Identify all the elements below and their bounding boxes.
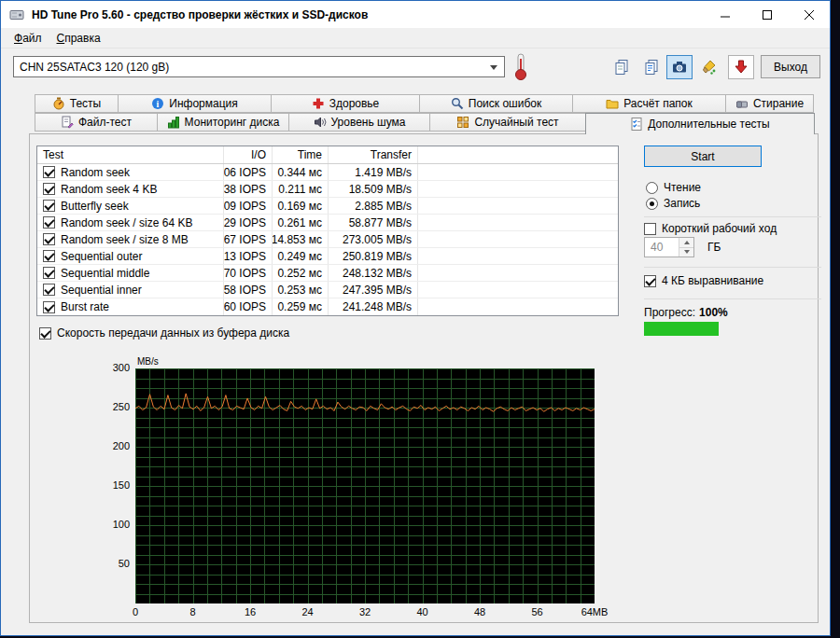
chart-x-ticks: 0816243240485664MB — [135, 606, 595, 619]
exit-button[interactable]: Выход — [761, 55, 820, 78]
align-checkbox[interactable]: 4 КБ выравнивание — [644, 274, 763, 287]
table-row[interactable]: Sequential middle 3970 IOPS 0.252 мс 248… — [37, 265, 618, 282]
start-button[interactable]: Start — [644, 146, 762, 167]
transfer-value: 273.005 MB/s — [329, 231, 418, 247]
tab-label: Тесты — [70, 97, 101, 110]
row-checkbox[interactable] — [43, 166, 55, 178]
copy-info-button[interactable] — [609, 55, 635, 79]
menu-help[interactable]: Справка — [49, 28, 108, 48]
radio-write[interactable]: Запись — [646, 197, 700, 210]
eraser-icon — [735, 97, 749, 110]
capacity-spinner[interactable]: 40 — [644, 237, 694, 257]
menu-file-label: айл — [22, 32, 41, 45]
y-tick-label: 250 — [113, 401, 130, 412]
radio-read-circle[interactable] — [646, 182, 658, 194]
table-row[interactable]: Random seek 4 KB 4738 IOPS 0.211 мс 18.5… — [37, 181, 618, 198]
menu-bar: Файл Справка — [1, 28, 830, 49]
tab-extra-tests[interactable]: Дополнительные тесты — [585, 113, 815, 134]
radio-read[interactable]: Чтение — [646, 181, 701, 194]
row-checkbox[interactable] — [43, 233, 55, 245]
tab-label: Случайный тест — [474, 116, 558, 129]
transfer-value: 247.395 MB/s — [329, 282, 418, 298]
svg-text:i: i — [157, 99, 160, 109]
radio-write-circle[interactable] — [646, 198, 658, 210]
save-results-button[interactable] — [728, 55, 754, 79]
spin-down-button[interactable] — [679, 247, 693, 257]
row-filler — [418, 282, 618, 298]
menu-help-label: правка — [64, 32, 100, 45]
copy-report-button[interactable] — [638, 55, 665, 79]
row-checkbox[interactable] — [43, 301, 55, 313]
tab-tests[interactable]: Тесты — [35, 94, 119, 113]
tab-row-1: Тесты i Информация Здоровье Поиск ошибок… — [35, 94, 814, 113]
menu-file[interactable]: Файл — [7, 28, 49, 48]
row-filler — [418, 298, 618, 315]
caption-buttons — [704, 1, 830, 28]
tab-noise-level[interactable]: Уровень шума — [288, 113, 430, 132]
tab-erase[interactable]: Стирание — [725, 94, 814, 113]
row-checkbox[interactable] — [43, 183, 55, 195]
transfer-value: 241.248 MB/s — [329, 298, 418, 315]
close-button[interactable] — [788, 1, 830, 28]
buffer-speed-box[interactable] — [39, 327, 51, 340]
table-row[interactable]: Sequential outer 4013 IOPS 0.249 мс 250.… — [37, 248, 618, 265]
tab-health[interactable]: Здоровье — [271, 94, 420, 113]
y-tick-label: 100 — [113, 519, 130, 530]
speaker-icon — [314, 116, 327, 129]
table-row[interactable]: Sequential inner 3958 IOPS 0.253 мс 247.… — [37, 282, 618, 298]
spin-up-button[interactable] — [679, 238, 693, 247]
x-tick-label: 0 — [133, 606, 138, 617]
tab-folder-usage[interactable]: Расчёт папок — [572, 94, 726, 113]
align-box[interactable] — [644, 275, 656, 287]
tab-label: Мониторинг диска — [185, 116, 280, 129]
col-header-test[interactable]: Test — [37, 146, 224, 163]
start-button-label: Start — [691, 150, 714, 163]
drive-select[interactable]: CHN 25SATAC3 120 (120 gB) — [13, 56, 505, 77]
row-checkbox[interactable] — [43, 200, 55, 212]
brush-button[interactable] — [696, 55, 722, 79]
col-header-time[interactable]: Time — [273, 146, 329, 163]
row-filler — [418, 248, 618, 264]
row-checkbox[interactable] — [43, 267, 55, 279]
maximize-button[interactable] — [746, 1, 788, 28]
table-row[interactable]: Random seek / size 64 KB 3829 IOPS 0.261… — [37, 215, 618, 231]
row-filler — [418, 181, 618, 197]
progress-text: Прогресс:100% — [644, 306, 728, 319]
menu-help-hotkey: С — [57, 32, 65, 45]
screenshot-button[interactable] — [666, 55, 693, 79]
transfer-value: 248.132 MB/s — [329, 265, 418, 281]
table-row[interactable]: Butterfly seek 5909 IOPS 0.169 мс 2.885 … — [37, 198, 618, 215]
tab-label: Стирание — [753, 97, 804, 110]
io-value: 4738 IOPS — [224, 181, 273, 197]
row-checkbox[interactable] — [43, 250, 55, 262]
table-row[interactable]: Random seek 2906 IOPS 0.344 мс 1.419 MB/… — [37, 164, 618, 181]
x-tick-label: 40 — [416, 606, 427, 617]
results-table: Test I/O Time Transfer Random seek 2906 … — [36, 146, 619, 316]
y-tick-label: 150 — [113, 479, 130, 491]
row-checkbox[interactable] — [43, 216, 55, 229]
thermometer-icon[interactable] — [513, 53, 528, 81]
col-header-transfer[interactable]: Transfer — [329, 146, 418, 163]
row-checkbox[interactable] — [43, 284, 55, 296]
green-bars-icon — [167, 116, 180, 129]
buffer-speed-checkbox[interactable]: Скорость передачи данных из буфера диска — [39, 326, 289, 340]
tab-disk-monitor[interactable]: Мониторинг диска — [157, 113, 289, 132]
chart-y-axis-unit: MB/s — [137, 356, 159, 367]
tab-file-benchmark[interactable]: Файл-тест — [35, 113, 158, 132]
time-value: 0.259 мс — [273, 298, 329, 315]
table-row[interactable]: Burst rate 3860 IOPS 0.259 мс 241.248 MB… — [37, 298, 618, 315]
short-stroke-checkbox[interactable]: Короткий рабочий ход — [644, 222, 777, 235]
separator — [644, 267, 821, 268]
minimize-button[interactable] — [704, 1, 746, 28]
test-name: Sequential outer — [61, 250, 142, 263]
y-tick-label: 50 — [119, 558, 130, 569]
table-row[interactable]: Random seek / size 8 MB 67 IOPS 14.853 м… — [37, 231, 618, 248]
tab-random-test[interactable]: Случайный тест — [429, 113, 586, 132]
col-header-io[interactable]: I/O — [224, 146, 273, 163]
row-filler — [418, 265, 618, 281]
tab-info[interactable]: i Информация — [118, 94, 272, 113]
table-header: Test I/O Time Transfer — [37, 146, 618, 164]
tab-error-scan[interactable]: Поиск ошибок — [419, 94, 573, 113]
transfer-chart: MB/s 50100150200250300 0816243240485664M… — [135, 368, 595, 603]
short-stroke-box[interactable] — [644, 223, 656, 235]
